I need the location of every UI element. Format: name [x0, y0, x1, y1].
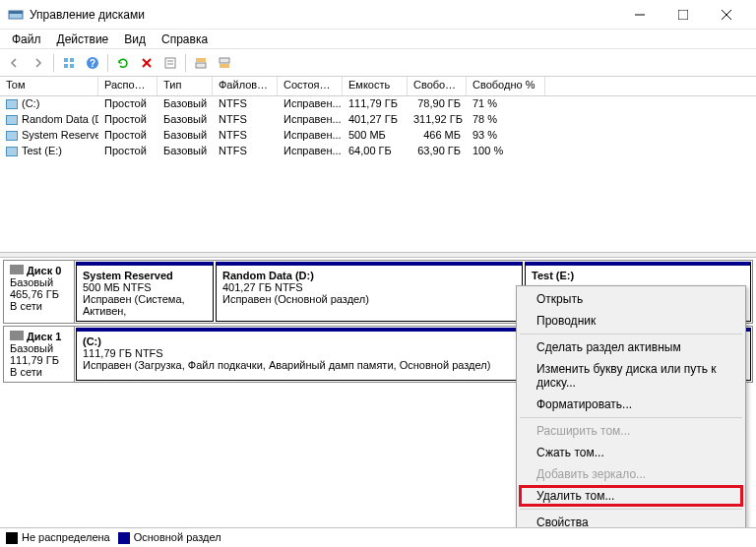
svg-rect-1	[9, 11, 23, 14]
app-icon	[8, 7, 24, 23]
col-volume[interactable]: Том	[0, 77, 98, 95]
legend-swatch-primary	[118, 532, 130, 544]
col-filesystem[interactable]: Файловая с...	[213, 77, 278, 95]
ctx-explorer[interactable]: Проводник	[519, 310, 743, 332]
ctx-sep	[520, 509, 742, 510]
legend-swatch-unallocated	[6, 532, 18, 544]
table-row[interactable]: System ReservedПростойБазовыйNTFSИсправе…	[0, 128, 756, 144]
ctx-sep	[520, 417, 742, 418]
ctx-sep	[520, 334, 742, 334]
svg-rect-6	[64, 58, 68, 62]
properties-button[interactable]	[159, 52, 181, 74]
titlebar: Управление дисками	[0, 0, 756, 30]
layout-top-button[interactable]	[190, 52, 212, 74]
ctx-shrink[interactable]: Сжать том...	[519, 442, 743, 463]
svg-rect-19	[220, 58, 229, 63]
ctx-add-mirror: Добавить зеркало...	[519, 463, 743, 485]
menu-help[interactable]: Справка	[154, 30, 216, 48]
disk-0-info[interactable]: Диск 0 Базовый 465,76 ГБ В сети	[4, 261, 75, 323]
svg-rect-17	[196, 58, 206, 62]
svg-rect-14	[165, 58, 175, 68]
legend: Не распределена Основной раздел	[0, 527, 756, 547]
svg-rect-18	[196, 63, 206, 68]
delete-button[interactable]	[136, 52, 158, 74]
ctx-format[interactable]: Форматировать...	[519, 394, 743, 415]
col-layout[interactable]: Располо...	[98, 77, 158, 95]
volume-icon	[6, 115, 18, 125]
partition-system-reserved[interactable]: System Reserved 500 МБ NTFS Исправен (Си…	[76, 262, 214, 322]
svg-rect-8	[64, 64, 68, 68]
forward-button[interactable]	[28, 52, 49, 74]
disk-1-info[interactable]: Диск 1 Базовый 111,79 ГБ В сети	[4, 327, 75, 382]
table-row[interactable]: Test (E:)ПростойБазовыйNTFSИсправен...64…	[0, 144, 756, 159]
context-menu: Открыть Проводник Сделать раздел активны…	[516, 285, 746, 547]
disk-icon	[10, 265, 24, 274]
ctx-change-letter[interactable]: Изменить букву диска или путь к диску...	[519, 358, 743, 394]
svg-rect-9	[70, 64, 74, 68]
menu-action[interactable]: Действие	[49, 30, 117, 48]
svg-rect-7	[70, 58, 74, 62]
splitter[interactable]	[0, 252, 756, 258]
menu-file[interactable]: Файл	[4, 30, 49, 48]
volume-list: Том Располо... Тип Файловая с... Состоян…	[0, 77, 756, 252]
svg-rect-20	[220, 64, 229, 68]
col-capacity[interactable]: Емкость	[343, 77, 408, 95]
view-button[interactable]	[58, 52, 80, 74]
maximize-button[interactable]	[662, 0, 705, 30]
col-free[interactable]: Свобод...	[408, 77, 467, 95]
back-button[interactable]	[4, 52, 26, 74]
volume-icon	[6, 131, 18, 141]
volume-icon	[6, 99, 18, 109]
ctx-make-active[interactable]: Сделать раздел активным	[519, 336, 743, 358]
table-row[interactable]: Random Data (D:)ПростойБазовыйNTFSИсправ…	[0, 112, 756, 128]
col-freepct[interactable]: Свободно %	[467, 77, 545, 95]
help-button[interactable]: ?	[82, 52, 103, 74]
svg-text:?: ?	[90, 58, 95, 69]
layout-bottom-button[interactable]	[214, 52, 235, 74]
window-title: Управление дисками	[30, 8, 618, 22]
minimize-button[interactable]	[618, 0, 662, 30]
ctx-open[interactable]: Открыть	[519, 288, 743, 310]
toolbar: ?	[0, 49, 756, 77]
close-button[interactable]	[705, 0, 748, 30]
volume-icon	[6, 147, 18, 156]
table-row[interactable]: (C:)ПростойБазовыйNTFSИсправен...111,79 …	[0, 96, 756, 112]
refresh-button[interactable]	[112, 52, 134, 74]
partition-random-data[interactable]: Random Data (D:) 401,27 ГБ NTFS Исправен…	[216, 262, 523, 322]
ctx-delete-volume[interactable]: Удалить том...	[519, 485, 743, 507]
menu-view[interactable]: Вид	[116, 30, 154, 48]
col-status[interactable]: Состояние	[278, 77, 343, 95]
menubar: Файл Действие Вид Справка	[0, 30, 756, 49]
disk-icon	[10, 331, 24, 340]
grid-header: Том Располо... Тип Файловая с... Состоян…	[0, 77, 756, 96]
ctx-extend: Расширить том...	[519, 420, 743, 442]
svg-rect-3	[678, 10, 688, 20]
col-type[interactable]: Тип	[158, 77, 213, 95]
